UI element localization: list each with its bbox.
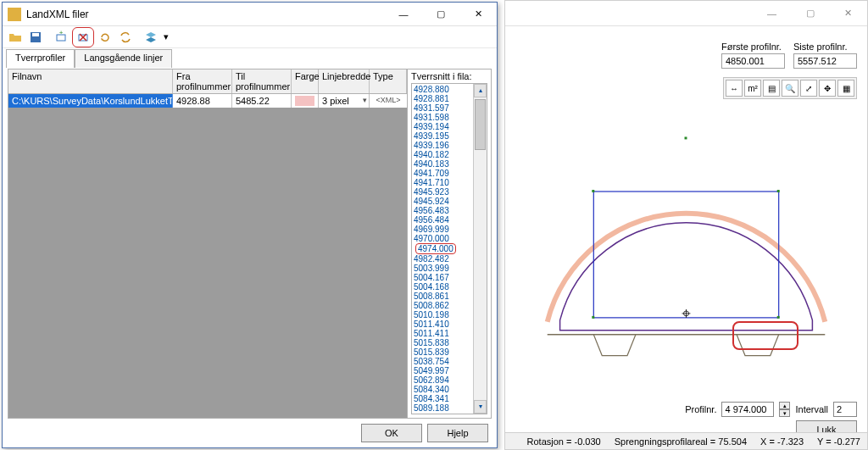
color-swatch — [295, 96, 314, 106]
highlight-annotation — [732, 321, 798, 350]
cell-farge[interactable] — [292, 94, 319, 108]
cross-section-list[interactable]: 4928.8804928.8814931.5974931.5984939.194… — [411, 83, 487, 414]
delete-profile-icon[interactable] — [74, 28, 92, 47]
col-til[interactable]: Til profilnummer — [232, 69, 292, 93]
col-fra[interactable]: Fra profilnummer — [173, 69, 232, 93]
spreng-label: Sprengningsprofilareal = — [615, 436, 716, 447]
profilnr-label: Profilnr. — [685, 404, 716, 414]
view-toolbar: ↔ m² ▤ 🔍 ⤢ ✥ ▦ — [723, 77, 857, 99]
add-profile-icon[interactable]: + — [52, 28, 70, 47]
grid-empty-area — [8, 108, 407, 418]
svg-rect-6 — [777, 190, 780, 192]
tool-arrows-icon[interactable]: ↔ — [726, 80, 743, 97]
first-profile-label: Første profilnr. — [721, 42, 785, 52]
cell-linjebredde[interactable]: 3 pixel — [319, 94, 370, 108]
svg-rect-5 — [592, 190, 594, 192]
minimize-button[interactable]: — — [753, 2, 791, 25]
intervall-input[interactable] — [833, 402, 857, 417]
svg-rect-9 — [685, 136, 687, 139]
close-button[interactable]: ✕ — [829, 2, 867, 25]
tool-grid-icon[interactable]: ▦ — [837, 80, 854, 97]
tunnel-svg — [514, 103, 859, 390]
cross-section-list-title: Tverrsnitt i fila: — [408, 69, 491, 81]
file-grid: Filnavn Fra profilnummer Til profilnumme… — [8, 69, 407, 418]
spreng-value: 75.504 — [718, 436, 747, 447]
col-farge[interactable]: Farge — [292, 69, 319, 93]
y-value: -0.277 — [834, 436, 860, 447]
dialog-close-button[interactable]: ✕ — [459, 3, 497, 25]
rotasjon-value: -0.030 — [575, 436, 601, 447]
col-filnavn[interactable]: Filnavn — [8, 69, 173, 93]
ok-button[interactable]: OK — [361, 424, 422, 442]
last-profile-input[interactable] — [793, 53, 857, 69]
svg-rect-8 — [777, 316, 780, 319]
dialog-minimize-button[interactable]: — — [385, 3, 422, 25]
rotasjon-label: Rotasjon = — [527, 436, 572, 447]
cross-section-canvas[interactable] — [514, 103, 859, 390]
tool-pan-icon[interactable]: ✥ — [819, 80, 836, 97]
col-type[interactable]: Type — [370, 69, 407, 93]
cell-filnavn: C:\KURS\SurveyData\KorslundLukketTS.xml — [8, 94, 173, 108]
tool-ruler-icon[interactable]: ▤ — [763, 80, 780, 97]
layers-dropdown-icon[interactable]: ▾ — [162, 28, 170, 47]
svg-rect-11 — [32, 33, 39, 36]
save-icon[interactable] — [26, 28, 45, 47]
table-row[interactable]: C:\KURS\SurveyData\KorslundLukketTS.xml … — [8, 94, 407, 108]
intervall-label: Intervall — [795, 404, 828, 414]
x-label: X = — [760, 436, 775, 447]
status-bar: Rotasjon = -0.030 Sprengningsprofilareal… — [505, 432, 867, 449]
dialog-toolbar: + ▾ — [3, 26, 497, 48]
open-folder-icon[interactable] — [6, 28, 25, 47]
dialog-maximize-button[interactable]: ▢ — [422, 3, 459, 25]
tool-measure-icon[interactable]: m² — [744, 80, 761, 97]
first-profile-input[interactable] — [721, 53, 785, 69]
maximize-button[interactable]: ▢ — [791, 2, 829, 25]
toolbar-highlight — [72, 27, 94, 47]
svg-rect-0 — [593, 192, 778, 318]
main-titlebar: — ▢ ✕ — [505, 1, 867, 26]
svg-text:+: + — [59, 31, 64, 36]
tool-zoom-icon[interactable]: 🔍 — [782, 80, 798, 97]
reload-all-icon[interactable] — [116, 28, 135, 47]
svg-rect-7 — [592, 316, 594, 319]
profilnr-spinner[interactable]: ▴▾ — [779, 402, 790, 417]
main-window: — ▢ ✕ Første profilnr. Siste profilnr. ↔… — [504, 0, 868, 450]
dialog-titlebar: LandXML filer — ▢ ✕ — [3, 3, 497, 26]
refresh-icon[interactable] — [96, 28, 114, 47]
tab-langsgaende[interactable]: Langsgående linjer — [75, 49, 172, 68]
scroll-up-icon[interactable]: ▴ — [474, 84, 487, 97]
tool-zoomfit-icon[interactable]: ⤢ — [800, 80, 817, 97]
landxml-dialog: LandXML filer — ▢ ✕ + ▾ Tverrprofiler La… — [2, 2, 498, 448]
cell-fra[interactable]: 4928.88 — [173, 94, 232, 108]
y-label: Y = — [817, 436, 832, 447]
cell-til[interactable]: 5485.22 — [232, 94, 292, 108]
list-scrollbar[interactable]: ▴ ▾ — [473, 84, 487, 414]
tab-tverrprofiler[interactable]: Tverrprofiler — [6, 49, 75, 68]
layers-icon[interactable] — [142, 28, 160, 47]
dialog-tabs: Tverrprofiler Langsgående linjer — [3, 48, 497, 67]
profilnr-input[interactable] — [721, 402, 774, 417]
x-value: -7.323 — [777, 436, 804, 447]
dialog-title: LandXML filer — [26, 8, 385, 20]
scroll-down-icon[interactable]: ▾ — [474, 400, 487, 414]
scroll-thumb[interactable] — [475, 99, 486, 150]
help-button[interactable]: Hjelp — [427, 424, 488, 442]
col-linjebredde[interactable]: Linjebredde — [319, 69, 370, 93]
app-icon — [8, 8, 21, 21]
last-profile-label: Siste profilnr. — [793, 42, 857, 52]
cell-type: <XML> — [370, 94, 407, 108]
